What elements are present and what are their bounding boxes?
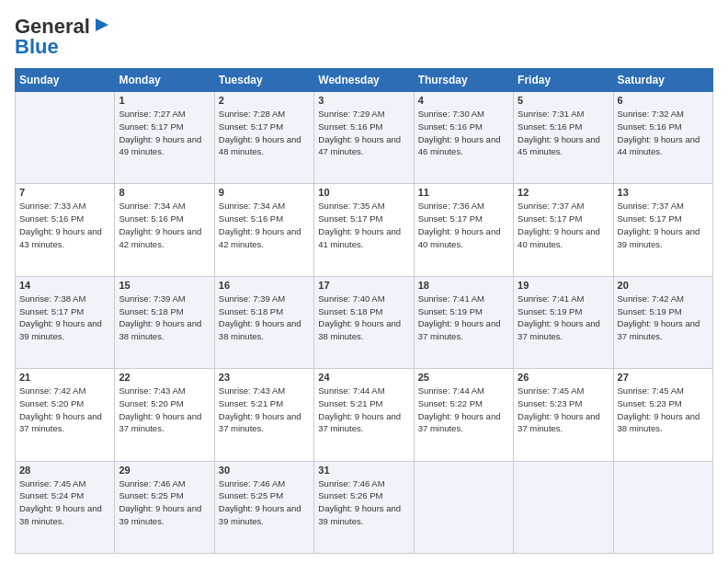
calendar-day-cell: 13Sunrise: 7:37 AMSunset: 5:17 PMDayligh… — [613, 184, 712, 276]
calendar-day-cell: 22Sunrise: 7:43 AMSunset: 5:20 PMDayligh… — [115, 369, 214, 461]
day-number: 27 — [618, 372, 709, 383]
calendar-day-cell — [414, 461, 513, 553]
day-number: 17 — [318, 280, 409, 291]
day-info: Sunrise: 7:42 AMSunset: 5:20 PMDaylight:… — [19, 385, 110, 435]
day-info: Sunrise: 7:33 AMSunset: 5:16 PMDaylight:… — [19, 200, 110, 250]
calendar-day-cell: 17Sunrise: 7:40 AMSunset: 5:18 PMDayligh… — [314, 276, 414, 368]
day-info: Sunrise: 7:27 AMSunset: 5:17 PMDaylight:… — [119, 108, 210, 158]
day-info: Sunrise: 7:39 AMSunset: 5:18 PMDaylight:… — [119, 293, 210, 343]
day-number: 28 — [19, 465, 110, 476]
calendar-week-row: 7Sunrise: 7:33 AMSunset: 5:16 PMDaylight… — [16, 184, 713, 276]
day-number: 9 — [219, 187, 310, 198]
day-info: Sunrise: 7:44 AMSunset: 5:22 PMDaylight:… — [418, 385, 509, 435]
day-number: 18 — [418, 280, 509, 291]
calendar-day-cell: 31Sunrise: 7:46 AMSunset: 5:26 PMDayligh… — [314, 461, 414, 553]
weekday-label: Monday — [115, 69, 214, 92]
weekday-label: Tuesday — [214, 69, 313, 92]
calendar-week-row: 21Sunrise: 7:42 AMSunset: 5:20 PMDayligh… — [16, 369, 713, 461]
weekday-label: Sunday — [16, 69, 115, 92]
day-number: 21 — [19, 372, 110, 383]
day-number: 6 — [618, 95, 709, 106]
day-info: Sunrise: 7:45 AMSunset: 5:23 PMDaylight:… — [618, 385, 709, 435]
day-info: Sunrise: 7:39 AMSunset: 5:18 PMDaylight:… — [219, 293, 310, 343]
day-number: 31 — [318, 465, 409, 476]
day-number: 30 — [219, 465, 310, 476]
day-number: 10 — [318, 187, 409, 198]
calendar-day-cell: 19Sunrise: 7:41 AMSunset: 5:19 PMDayligh… — [514, 276, 613, 368]
calendar-day-cell: 29Sunrise: 7:46 AMSunset: 5:25 PMDayligh… — [115, 461, 214, 553]
weekday-header-row: SundayMondayTuesdayWednesdayThursdayFrid… — [16, 69, 713, 92]
day-info: Sunrise: 7:46 AMSunset: 5:25 PMDaylight:… — [119, 477, 210, 528]
calendar-day-cell: 25Sunrise: 7:44 AMSunset: 5:22 PMDayligh… — [414, 369, 513, 461]
calendar-day-cell: 8Sunrise: 7:34 AMSunset: 5:16 PMDaylight… — [115, 184, 214, 276]
calendar-day-cell: 28Sunrise: 7:45 AMSunset: 5:24 PMDayligh… — [16, 461, 115, 553]
calendar-day-cell: 10Sunrise: 7:35 AMSunset: 5:17 PMDayligh… — [314, 184, 414, 276]
day-info: Sunrise: 7:30 AMSunset: 5:16 PMDaylight:… — [418, 108, 509, 158]
calendar-day-cell — [514, 461, 613, 553]
svg-marker-0 — [96, 18, 108, 31]
day-number: 1 — [119, 95, 210, 106]
calendar-body: 1Sunrise: 7:27 AMSunset: 5:17 PMDaylight… — [16, 92, 713, 554]
calendar-day-cell: 14Sunrise: 7:38 AMSunset: 5:17 PMDayligh… — [16, 276, 115, 368]
day-info: Sunrise: 7:29 AMSunset: 5:16 PMDaylight:… — [318, 108, 409, 158]
day-info: Sunrise: 7:43 AMSunset: 5:21 PMDaylight:… — [219, 385, 310, 435]
day-info: Sunrise: 7:31 AMSunset: 5:16 PMDaylight:… — [518, 108, 609, 158]
weekday-label: Friday — [514, 69, 613, 92]
day-number: 13 — [618, 187, 709, 198]
day-number: 3 — [318, 95, 409, 106]
weekday-label: Thursday — [414, 69, 513, 92]
calendar-day-cell: 2Sunrise: 7:28 AMSunset: 5:17 PMDaylight… — [214, 92, 313, 184]
calendar-day-cell: 26Sunrise: 7:45 AMSunset: 5:23 PMDayligh… — [514, 369, 613, 461]
calendar-day-cell: 4Sunrise: 7:30 AMSunset: 5:16 PMDaylight… — [414, 92, 513, 184]
logo-icon — [92, 15, 112, 35]
calendar-day-cell: 20Sunrise: 7:42 AMSunset: 5:19 PMDayligh… — [613, 276, 712, 368]
calendar-day-cell: 15Sunrise: 7:39 AMSunset: 5:18 PMDayligh… — [115, 276, 214, 368]
day-number: 19 — [518, 280, 609, 291]
day-number: 8 — [119, 187, 210, 198]
day-info: Sunrise: 7:43 AMSunset: 5:20 PMDaylight:… — [119, 385, 210, 435]
day-info: Sunrise: 7:32 AMSunset: 5:16 PMDaylight:… — [618, 108, 709, 158]
calendar-day-cell: 1Sunrise: 7:27 AMSunset: 5:17 PMDaylight… — [115, 92, 214, 184]
day-info: Sunrise: 7:45 AMSunset: 5:24 PMDaylight:… — [19, 477, 110, 528]
calendar-day-cell: 11Sunrise: 7:36 AMSunset: 5:17 PMDayligh… — [414, 184, 513, 276]
day-number: 14 — [19, 280, 110, 291]
day-info: Sunrise: 7:44 AMSunset: 5:21 PMDaylight:… — [318, 385, 409, 435]
calendar-table: SundayMondayTuesdayWednesdayThursdayFrid… — [15, 68, 713, 554]
day-number: 23 — [219, 372, 310, 383]
calendar-day-cell: 7Sunrise: 7:33 AMSunset: 5:16 PMDaylight… — [16, 184, 115, 276]
calendar-day-cell: 18Sunrise: 7:41 AMSunset: 5:19 PMDayligh… — [414, 276, 513, 368]
calendar-day-cell: 12Sunrise: 7:37 AMSunset: 5:17 PMDayligh… — [514, 184, 613, 276]
calendar-day-cell: 30Sunrise: 7:46 AMSunset: 5:25 PMDayligh… — [214, 461, 313, 553]
day-info: Sunrise: 7:35 AMSunset: 5:17 PMDaylight:… — [318, 200, 409, 250]
day-info: Sunrise: 7:42 AMSunset: 5:19 PMDaylight:… — [618, 293, 709, 343]
calendar-day-cell: 27Sunrise: 7:45 AMSunset: 5:23 PMDayligh… — [613, 369, 712, 461]
day-number: 20 — [618, 280, 709, 291]
day-number: 24 — [318, 372, 409, 383]
day-number: 2 — [219, 95, 310, 106]
day-info: Sunrise: 7:36 AMSunset: 5:17 PMDaylight:… — [418, 200, 509, 250]
calendar-day-cell — [16, 92, 115, 184]
logo: General Blue — [15, 15, 112, 59]
calendar-day-cell: 9Sunrise: 7:34 AMSunset: 5:16 PMDaylight… — [214, 184, 313, 276]
day-info: Sunrise: 7:41 AMSunset: 5:19 PMDaylight:… — [518, 293, 609, 343]
day-number: 11 — [418, 187, 509, 198]
day-number: 12 — [518, 187, 609, 198]
day-info: Sunrise: 7:37 AMSunset: 5:17 PMDaylight:… — [618, 200, 709, 250]
day-number: 22 — [119, 372, 210, 383]
calendar-day-cell: 6Sunrise: 7:32 AMSunset: 5:16 PMDaylight… — [613, 92, 712, 184]
day-number: 16 — [219, 280, 310, 291]
calendar-week-row: 1Sunrise: 7:27 AMSunset: 5:17 PMDaylight… — [16, 92, 713, 184]
day-info: Sunrise: 7:46 AMSunset: 5:25 PMDaylight:… — [219, 477, 310, 528]
day-number: 7 — [19, 187, 110, 198]
calendar-day-cell: 21Sunrise: 7:42 AMSunset: 5:20 PMDayligh… — [16, 369, 115, 461]
day-info: Sunrise: 7:45 AMSunset: 5:23 PMDaylight:… — [518, 385, 609, 435]
day-info: Sunrise: 7:28 AMSunset: 5:17 PMDaylight:… — [219, 108, 310, 158]
page-header: General Blue — [15, 15, 713, 59]
day-number: 5 — [518, 95, 609, 106]
day-info: Sunrise: 7:41 AMSunset: 5:19 PMDaylight:… — [418, 293, 509, 343]
day-number: 4 — [418, 95, 509, 106]
weekday-label: Saturday — [613, 69, 712, 92]
day-info: Sunrise: 7:37 AMSunset: 5:17 PMDaylight:… — [518, 200, 609, 250]
day-number: 15 — [119, 280, 210, 291]
calendar-day-cell: 3Sunrise: 7:29 AMSunset: 5:16 PMDaylight… — [314, 92, 414, 184]
